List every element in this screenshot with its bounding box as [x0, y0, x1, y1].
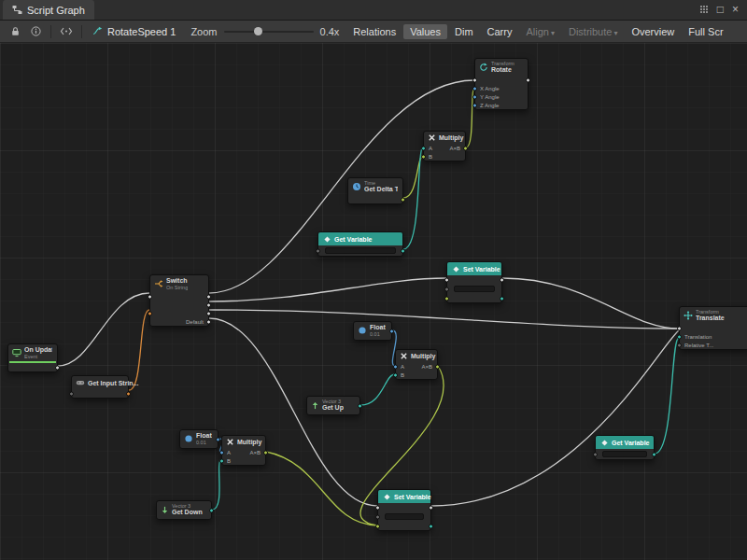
- title-bar: Script Graph □ ×: [0, 0, 747, 21]
- result-out-port[interactable]: [263, 450, 268, 455]
- node-header: Float 0.01: [180, 430, 218, 447]
- graph-breadcrumb[interactable]: RotateSpeed 1: [87, 26, 181, 37]
- align-button[interactable]: Align▾: [519, 24, 560, 39]
- distribute-button[interactable]: Distribute▾: [562, 24, 624, 39]
- vector-out-port[interactable]: [209, 508, 214, 512]
- selector-in-port[interactable]: [148, 311, 152, 315]
- info-icon[interactable]: [25, 22, 46, 41]
- values-button[interactable]: Values: [403, 24, 447, 39]
- value-in-port[interactable]: [375, 524, 380, 528]
- node-transform-translate[interactable]: Transform Translate Translation Relative…: [679, 306, 747, 350]
- node-header: Switch On String: [150, 275, 208, 292]
- node-get-input-string[interactable]: Get Input Strin...: [71, 375, 129, 399]
- variable-name-field[interactable]: [385, 513, 424, 520]
- x-angle-in-port[interactable]: [472, 86, 477, 91]
- name-in-port[interactable]: [444, 287, 449, 291]
- default-out-port[interactable]: [206, 319, 211, 324]
- case-out-port[interactable]: [206, 302, 211, 307]
- node-multiply-mid[interactable]: Multiply A A×B B: [395, 349, 438, 380]
- value-out-port[interactable]: [652, 452, 656, 456]
- name-in-port[interactable]: [593, 452, 598, 456]
- variable-name-field[interactable]: [602, 451, 647, 457]
- code-preview-icon[interactable]: [56, 22, 77, 41]
- flow-out-port[interactable]: [526, 77, 530, 82]
- value-in-port[interactable]: [69, 391, 74, 396]
- flow-in-port[interactable]: [677, 326, 682, 330]
- flow-in-port[interactable]: [444, 277, 449, 282]
- variable-name-field[interactable]: [454, 286, 495, 292]
- dim-button[interactable]: Dim: [448, 24, 480, 39]
- b-in-port[interactable]: [421, 154, 426, 159]
- relations-button[interactable]: Relations: [346, 24, 402, 39]
- relative-to-in-port[interactable]: [677, 343, 682, 347]
- value-out-port[interactable]: [401, 248, 405, 253]
- b-in-port[interactable]: [393, 372, 398, 377]
- float-out-port[interactable]: [389, 329, 394, 333]
- node-title: Float: [370, 324, 386, 331]
- vector-out-port[interactable]: [358, 403, 362, 408]
- tab-script-graph[interactable]: Script Graph: [3, 0, 94, 20]
- zoom-slider-thumb[interactable]: [254, 27, 262, 35]
- case-out-port[interactable]: [206, 311, 211, 315]
- overview-button[interactable]: Overview: [625, 24, 681, 39]
- node-multiply-top[interactable]: Multiply A A×B B: [423, 131, 466, 161]
- y-angle-in-port[interactable]: [472, 94, 477, 99]
- float-out-port[interactable]: [401, 197, 405, 202]
- graph-canvas[interactable]: On Update Event Get Input Strin... Sw: [0, 43, 747, 560]
- float-icon: [184, 434, 193, 443]
- node-float-literal-mid[interactable]: Float 0.01: [353, 321, 392, 341]
- node-set-variable-bottom[interactable]: Set Variable: [377, 489, 431, 531]
- value-out-port[interactable]: [429, 524, 433, 528]
- node-get-variable-right[interactable]: Get Variable: [595, 435, 655, 460]
- node-on-update[interactable]: On Update Event: [7, 343, 58, 372]
- b-in-port[interactable]: [219, 458, 224, 463]
- fullscreen-button[interactable]: Full Scr: [682, 24, 729, 39]
- float-out-port[interactable]: [216, 437, 220, 441]
- a-label: A: [401, 364, 404, 370]
- name-in-port[interactable]: [316, 248, 320, 253]
- a-in-port[interactable]: [421, 146, 426, 150]
- translation-in-port[interactable]: [677, 334, 682, 339]
- node-vector3-get-up[interactable]: Vector 3 Get Up: [306, 396, 360, 415]
- carry-button[interactable]: Carry: [481, 24, 519, 39]
- float-value: 0.01: [370, 331, 386, 337]
- variable-name-field[interactable]: [325, 247, 396, 254]
- node-get-variable-mid[interactable]: Get Variable: [317, 231, 403, 257]
- result-out-port[interactable]: [463, 146, 468, 150]
- string-out-port[interactable]: [126, 391, 131, 396]
- rotate-icon: [479, 63, 488, 72]
- window-menu-icon[interactable]: [699, 5, 709, 14]
- close-icon[interactable]: ×: [732, 4, 739, 15]
- b-label: B: [401, 372, 404, 378]
- node-header: Transform Translate: [680, 307, 747, 324]
- maximize-icon[interactable]: □: [717, 4, 724, 15]
- name-in-port[interactable]: [375, 514, 380, 519]
- flow-in-port[interactable]: [472, 77, 477, 82]
- value-in-port[interactable]: [444, 296, 449, 301]
- relative-to-label: Relative T...: [684, 343, 713, 348]
- node-title: Set Variable: [463, 266, 500, 273]
- flow-out-port[interactable]: [500, 277, 504, 282]
- node-float-literal-bottom[interactable]: Float 0.01: [179, 429, 218, 449]
- variable-icon: [383, 493, 391, 501]
- flow-out-port[interactable]: [55, 365, 60, 370]
- flow-in-port[interactable]: [148, 294, 152, 299]
- a-label: A: [429, 146, 432, 151]
- node-set-variable-mid[interactable]: Set Variable: [446, 261, 502, 303]
- node-vector3-get-down[interactable]: Vector 3 Get Down: [156, 500, 212, 520]
- node-transform-rotate[interactable]: Transform Rotate X Angle Y Angle Z Angle: [474, 58, 529, 110]
- case-out-port[interactable]: [206, 294, 211, 299]
- result-out-port[interactable]: [435, 364, 440, 369]
- b-label: B: [429, 154, 432, 160]
- node-multiply-bottom[interactable]: Multiply A A×B B: [221, 435, 266, 466]
- node-switch-on-string[interactable]: Switch On String Default: [149, 274, 209, 327]
- zoom-slider[interactable]: [224, 31, 314, 33]
- flow-out-port[interactable]: [429, 505, 433, 510]
- a-in-port[interactable]: [393, 364, 398, 369]
- lock-icon[interactable]: [5, 22, 25, 41]
- flow-in-port[interactable]: [375, 505, 380, 510]
- value-out-port[interactable]: [500, 296, 504, 301]
- a-in-port[interactable]: [219, 450, 224, 455]
- node-get-delta-time[interactable]: Time Get Delta Time: [347, 177, 403, 204]
- z-angle-in-port[interactable]: [472, 103, 477, 107]
